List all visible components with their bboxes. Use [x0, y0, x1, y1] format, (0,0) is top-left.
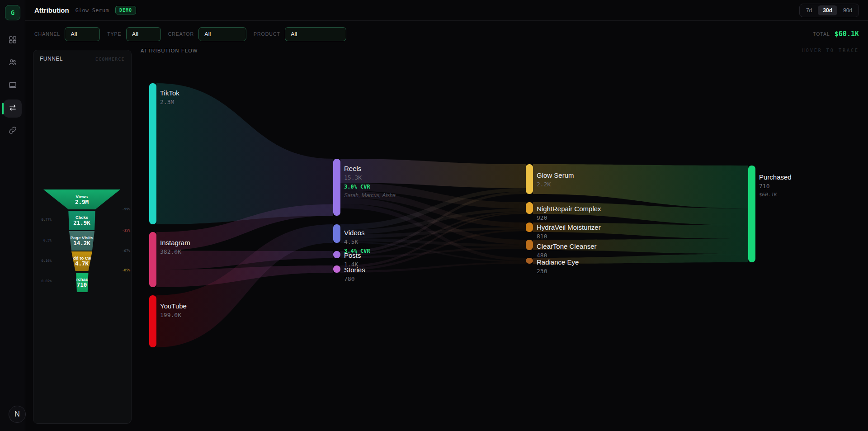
sankey-link-hydraveil-purchased[interactable]: [533, 223, 748, 239]
funnel-stage-views: Views2.9M: [43, 189, 120, 209]
sidebar-item-attribution[interactable]: [4, 99, 22, 118]
sankey-node-nightrepair[interactable]: [526, 202, 533, 214]
funnel-chart: Views2.9MClicks21.9K0.77%-99%Page Visits…: [43, 189, 120, 292]
sankey-node-tiktok[interactable]: [149, 83, 156, 224]
funnel-stage-clicks: Clicks21.9K: [43, 211, 120, 230]
header: Attribution Glow Serum DEMO 7d 30d 90d: [25, 0, 868, 21]
app-logo[interactable]: G: [5, 5, 20, 20]
funnel-stage-value: 710: [77, 282, 87, 288]
card-icon: [8, 81, 17, 91]
type-filter-label: TYPE: [107, 31, 121, 37]
sankey-link-cleartone-purchased[interactable]: [533, 239, 748, 254]
funnel-drop-label: -85%: [122, 268, 130, 272]
link-icon: [8, 126, 17, 137]
total-label: TOTAL: [813, 31, 830, 37]
sankey-node-youtube[interactable]: [149, 295, 156, 347]
demo-badge: DEMO: [115, 6, 136, 14]
funnel-stage-page-visits: Page Visits14.2K: [43, 231, 120, 251]
sankey-node-glow[interactable]: [526, 164, 533, 194]
sidebar-item-links[interactable]: [4, 122, 22, 140]
sankey-node-instagram[interactable]: [149, 232, 156, 287]
creator-filter-select[interactable]: All: [198, 27, 246, 41]
user-avatar[interactable]: N: [9, 406, 26, 423]
funnel-rate-label: 0.5%: [33, 238, 52, 242]
type-filter-select[interactable]: All: [126, 27, 161, 41]
sankey-node-posts[interactable]: [333, 251, 340, 258]
channel-filter-label: CHANNEL: [34, 31, 60, 37]
time-range-90d[interactable]: 90d: [838, 5, 857, 15]
grid-icon: [8, 35, 17, 46]
sankey-node-radiance[interactable]: [526, 258, 533, 264]
funnel-stage-label: Views: [76, 194, 88, 199]
funnel-rate-label: 0.02%: [33, 279, 52, 283]
sidebar-item-content[interactable]: [4, 77, 22, 95]
sankey-node-reels[interactable]: [333, 159, 340, 216]
page-title: Attribution: [34, 6, 69, 14]
funnel-stage-value: 14.2K: [73, 240, 90, 246]
page-subtitle: Glow Serum: [75, 7, 109, 14]
hover-to-trace-hint: HOVER TO TRACE: [802, 48, 859, 53]
sankey-node-hydraveil[interactable]: [526, 223, 533, 232]
funnel-panel: FUNNEL ECOMMERCE Views2.9MClicks21.9K0.7…: [33, 50, 132, 424]
sankey-link-tiktok-reels[interactable]: [156, 83, 333, 224]
product-filter-label: PRODUCT: [254, 31, 280, 37]
funnel-tag: ECOMMERCE: [95, 57, 125, 62]
funnel-drop-label: -35%: [122, 228, 130, 232]
time-range-30d[interactable]: 30d: [818, 5, 837, 15]
funnel-title: FUNNEL: [40, 56, 63, 62]
sankey-node-purchased[interactable]: [748, 166, 755, 262]
sankey-link-glow-purchased[interactable]: [533, 164, 748, 208]
total-value: $60.1K: [835, 30, 859, 38]
time-range-group: 7d 30d 90d: [799, 4, 859, 17]
funnel-stage-value: 21.9K: [73, 220, 90, 226]
funnel-stage-add-to-cart: Add to Cart4.7K: [43, 251, 120, 271]
channel-filter-select[interactable]: All: [65, 27, 100, 41]
funnel-rate-label: 0.16%: [33, 259, 52, 263]
time-range-7d[interactable]: 7d: [801, 5, 817, 15]
users-icon: [8, 58, 17, 69]
flow-title: ATTRIBUTION FLOW: [141, 48, 198, 53]
funnel-drop-label: -67%: [122, 249, 130, 253]
funnel-drop-label: -99%: [122, 207, 130, 211]
sankey-node-cleartone[interactable]: [526, 240, 533, 250]
sankey-node-videos[interactable]: [333, 224, 340, 243]
sidebar: G: [0, 0, 25, 431]
sidebar-item-dashboard[interactable]: [4, 32, 22, 50]
creator-filter-label: CREATOR: [168, 31, 194, 37]
sidebar-item-creators[interactable]: [4, 54, 22, 72]
funnel-rate-label: 0.77%: [33, 218, 52, 222]
funnel-stage-purchased: Purchased710: [43, 273, 120, 292]
funnel-stage-value: 2.9M: [75, 199, 89, 205]
funnel-stage-value: 4.7K: [75, 260, 89, 267]
swap-arrows-icon: [8, 103, 17, 114]
product-filter-select[interactable]: All: [285, 27, 346, 41]
filter-bar: CHANNEL All TYPE All CREATOR All PRODUCT…: [25, 21, 868, 47]
sankey-node-stories[interactable]: [333, 265, 340, 273]
sankey-link-radiance-purchased[interactable]: [533, 254, 748, 264]
